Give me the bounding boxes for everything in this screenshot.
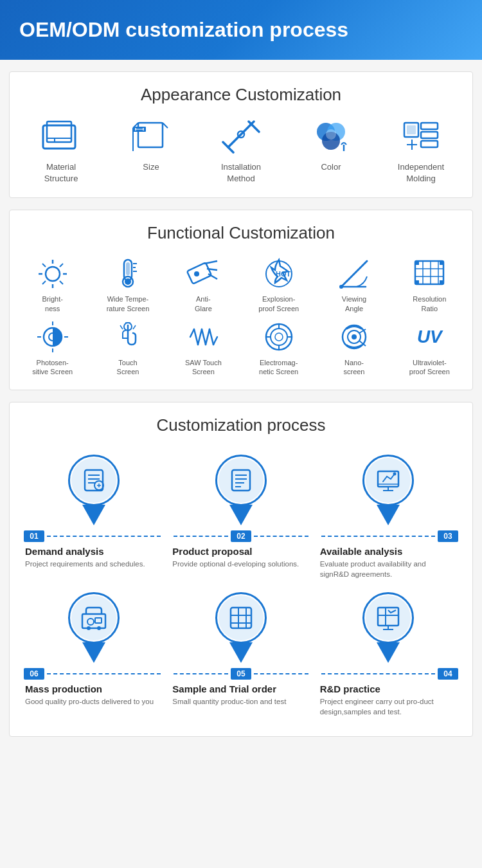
- step-desc-05: Small quantity produc-tion and test: [172, 696, 309, 707]
- svg-rect-63: [440, 261, 443, 265]
- pin-tail-05: [229, 642, 253, 663]
- step-text-06: Mass production Good quality pro-ducts d…: [24, 680, 163, 707]
- svg-line-73: [120, 325, 123, 329]
- photosensitive-icon: [33, 320, 72, 355]
- func-temperature: Wide Tempe-rature Screen: [91, 256, 164, 313]
- svg-line-77: [198, 329, 202, 345]
- svg-rect-0: [43, 125, 75, 149]
- appearance-item-installation: InstallationMethod: [206, 118, 276, 185]
- pin-circle-01: [68, 455, 120, 506]
- saw-touch-icon: [184, 320, 222, 355]
- temperature-icon: [109, 256, 147, 291]
- resolution-icon: [410, 256, 449, 291]
- touch-screen-label: TouchScreen: [117, 358, 139, 377]
- process-title: Customization process: [20, 415, 462, 435]
- svg-line-76: [194, 329, 198, 345]
- molding-icon: [398, 118, 443, 156]
- electromagnetic-icon: [260, 320, 298, 355]
- svg-rect-94: [85, 470, 103, 491]
- process-step-05: 05 Sample and Trial order Small quantity…: [167, 586, 314, 723]
- step-text-05: Sample and Trial order Small quantity pr…: [171, 680, 310, 707]
- pin-inner-05: [219, 595, 263, 640]
- step-title-05: Sample and Trial order: [172, 683, 309, 694]
- svg-rect-101: [232, 470, 250, 491]
- material-icon: [39, 118, 84, 156]
- pin-inner-03: [366, 458, 411, 503]
- step-number-row-01: 01: [24, 530, 163, 542]
- svg-point-54: [339, 285, 343, 289]
- step-text-04: R&D practice Project engineer carry out …: [319, 680, 458, 717]
- pin-circle-02: [215, 455, 267, 506]
- func-saw-touch: SAW TouchScreen: [167, 320, 240, 377]
- svg-rect-61: [415, 261, 419, 265]
- installation-icon: [219, 118, 263, 156]
- svg-line-35: [60, 281, 63, 284]
- svg-text:HOT: HOT: [276, 270, 291, 278]
- pin-05: [212, 592, 270, 663]
- svg-line-46: [204, 261, 217, 264]
- process-step-03: 03 Available analysis Evaluate product a…: [315, 448, 462, 586]
- step-badge-06: 06: [24, 668, 44, 680]
- step-text-03: Available analysis Evaluate product avai…: [319, 542, 458, 579]
- step-number-row-02: 02: [171, 530, 310, 542]
- color-label: Color: [321, 161, 341, 173]
- svg-point-112: [87, 619, 94, 625]
- svg-point-83: [271, 329, 287, 345]
- nanoscreen-label: Nano-screen: [343, 358, 364, 377]
- pin-tail-02: [229, 505, 253, 525]
- installation-label: InstallationMethod: [221, 161, 261, 185]
- step-desc-06: Good quality pro-ducts delivered to you: [25, 696, 162, 707]
- step-badge-05: 05: [231, 668, 251, 680]
- brightness-label: Bright-ness: [42, 294, 62, 313]
- page-title: OEM/ODM customization process: [19, 18, 463, 42]
- svg-rect-26: [421, 141, 438, 147]
- step-line-06: [47, 673, 161, 674]
- pin-tail-04: [377, 642, 400, 663]
- svg-line-13: [228, 122, 254, 147]
- step-text-02: Product proposal Provide optional d-evel…: [171, 542, 310, 569]
- process-step-06: 06 Mass production Good quality pro-duct…: [20, 586, 167, 723]
- svg-point-91: [352, 334, 357, 339]
- step-title-04: R&D practice: [320, 683, 457, 694]
- svg-rect-24: [421, 123, 438, 129]
- pin-circle-05: [215, 592, 267, 644]
- svg-rect-5: [138, 123, 163, 147]
- appearance-item-molding: IndependentMolding: [386, 118, 456, 185]
- svg-point-20: [326, 129, 336, 140]
- step-badge-04: 04: [438, 668, 458, 680]
- svg-rect-39: [126, 262, 130, 275]
- svg-line-34: [42, 264, 46, 267]
- process-step-04: 04 R&D practice Project engineer carry o…: [315, 586, 462, 723]
- func-electromagnetic: Electromag-netic Screen: [242, 320, 315, 377]
- svg-point-49: [194, 271, 199, 276]
- touch-screen-icon: [109, 320, 147, 355]
- functional-grid: Bright-ness Wide Tempe-rature Screen: [16, 256, 466, 376]
- svg-rect-25: [421, 132, 438, 138]
- svg-rect-113: [95, 618, 102, 623]
- process-step-01: 01 Demand analysis Project requirements …: [20, 448, 167, 586]
- svg-point-108: [393, 472, 397, 475]
- svg-point-84: [275, 333, 283, 341]
- step-desc-04: Project engineer carry out pro-duct desi…: [320, 696, 457, 717]
- process-section: Customization process: [9, 402, 473, 737]
- svg-line-74: [133, 325, 136, 329]
- appearance-item-size: Size: [116, 118, 186, 173]
- uv-proof-icon: UV: [410, 320, 449, 355]
- viewing-angle-icon: [335, 256, 373, 291]
- step-line-03: [321, 536, 435, 537]
- nanoscreen-icon: [335, 320, 373, 355]
- svg-line-80: [210, 329, 213, 345]
- uv-proof-label: Ultraviolet-proof Screen: [409, 358, 450, 377]
- step-line-04: [321, 673, 435, 674]
- svg-line-81: [213, 337, 217, 345]
- temperature-label: Wide Tempe-rature Screen: [107, 294, 150, 313]
- color-icon: [308, 118, 353, 156]
- step-number-row-06: 06: [24, 668, 163, 680]
- pin-tail-06: [82, 642, 105, 663]
- svg-point-115: [97, 626, 101, 630]
- functional-section: Functional Customization Bright-ness: [9, 210, 473, 390]
- svg-line-36: [60, 264, 63, 267]
- svg-point-114: [87, 626, 91, 630]
- step-number-row-03: 03: [319, 530, 458, 542]
- step-title-06: Mass production: [25, 683, 162, 694]
